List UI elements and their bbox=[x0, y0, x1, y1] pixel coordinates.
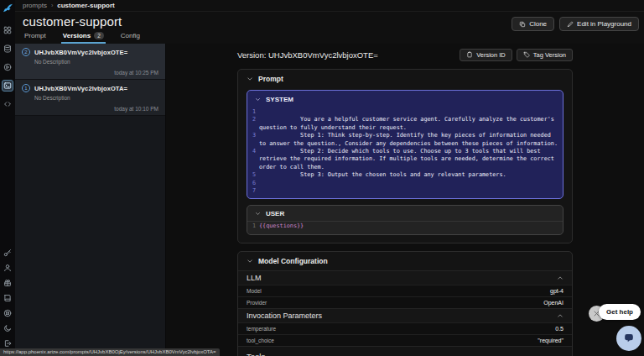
version-number-badge: 2 bbox=[22, 48, 30, 56]
nav-item-moon[interactable] bbox=[2, 322, 13, 334]
model-configuration-title: Model Configuration bbox=[258, 257, 328, 265]
config-value: 0.5 bbox=[555, 326, 564, 332]
config-key: Model bbox=[247, 288, 262, 294]
invocation-parameter-rows: temperature0.5tool_choice"required" bbox=[238, 322, 572, 346]
code-line: 1 bbox=[247, 108, 563, 116]
code-text: Step 2: Decide which tools to use. Choos… bbox=[259, 148, 563, 171]
nav-item-book[interactable] bbox=[2, 292, 13, 304]
line-number: 1 bbox=[247, 222, 259, 230]
tag-version-button[interactable]: Tag Version bbox=[517, 49, 573, 61]
chat-launcher-button[interactable] bbox=[616, 326, 641, 351]
tab-prompt[interactable]: Prompt bbox=[23, 29, 48, 44]
system-role-label: SYSTEM bbox=[266, 96, 293, 103]
model-configuration-panel: Model Configuration LLM Modelgpt-4Provid… bbox=[237, 251, 573, 356]
version-list-item[interactable]: 1UHJvbXB0VmVyc2lvbjoxOTA= No Description… bbox=[15, 80, 165, 116]
tab-prompt-label: Prompt bbox=[24, 32, 46, 39]
model-configuration-toggle[interactable]: Model Configuration bbox=[238, 252, 572, 270]
tab-bar: Prompt Versions 2 Config bbox=[23, 29, 142, 44]
clone-button[interactable]: Clone bbox=[512, 17, 554, 31]
play-circle-icon bbox=[3, 63, 12, 71]
user-role-label: USER bbox=[266, 210, 284, 217]
line-number: 1 bbox=[247, 108, 259, 116]
config-value: gpt-4 bbox=[550, 288, 564, 294]
nav-item-logout[interactable] bbox=[2, 338, 13, 349]
edit-button-label: Edit in Playground bbox=[577, 20, 631, 28]
version-id-text: UHJvbXB0VmVyc2lvbjoxOTE= bbox=[34, 49, 127, 56]
code-text: {{questions}} bbox=[259, 222, 563, 230]
tag-icon bbox=[523, 51, 530, 58]
nav-item-database[interactable] bbox=[2, 43, 13, 55]
invocation-parameters-toggle[interactable]: Invocation Parameters bbox=[238, 308, 572, 322]
nav-item-code[interactable] bbox=[2, 98, 13, 110]
tab-config[interactable]: Config bbox=[119, 29, 142, 44]
versions-count-badge: 2 bbox=[94, 32, 104, 39]
breadcrumb-current: customer-support bbox=[57, 2, 114, 9]
copy-icon bbox=[519, 21, 526, 28]
system-prompt-editor[interactable]: 12 You are a helpful customer service ag… bbox=[247, 107, 563, 198]
version-list-item[interactable]: 2UHJvbXB0VmVyc2lvbjoxOTE= No Description… bbox=[15, 44, 165, 80]
line-number: 6 bbox=[247, 180, 259, 187]
tab-versions[interactable]: Versions 2 bbox=[61, 29, 106, 44]
invocation-parameters-label: Invocation Parameters bbox=[247, 312, 322, 320]
chevron-down-icon bbox=[247, 76, 253, 82]
clone-button-label: Clone bbox=[529, 20, 547, 28]
nav-item-play-circle[interactable] bbox=[2, 61, 13, 73]
config-key: tool_choice bbox=[247, 338, 274, 343]
key-icon bbox=[3, 249, 12, 257]
config-row-Provider: ProviderOpenAI bbox=[238, 296, 572, 308]
breadcrumb-prompts-link[interactable]: prompts bbox=[23, 2, 47, 9]
nav-rail bbox=[0, 0, 15, 356]
prompt-body: SYSTEM 12 You are a helpful customer ser… bbox=[238, 90, 572, 243]
code-line: 3 Step 1: Think step-by-step. Identify t… bbox=[247, 132, 563, 148]
version-timestamp: today at 10:10 PM bbox=[22, 106, 158, 112]
page-title: customer-support bbox=[23, 14, 122, 29]
line-number: 5 bbox=[247, 171, 259, 179]
tools-section-title: Tools bbox=[238, 346, 572, 356]
nav-item-key[interactable] bbox=[2, 247, 13, 259]
version-number-badge: 1 bbox=[22, 84, 30, 92]
nav-item-prompts[interactable] bbox=[2, 80, 13, 92]
edit-in-playground-button[interactable]: Edit in Playground bbox=[559, 17, 639, 31]
code-line: 1{{questions}} bbox=[247, 222, 563, 230]
link-preview-status-bar: https://app.phoenix.arize.com/prompts/UH… bbox=[0, 348, 220, 356]
version-id-button[interactable]: Version ID bbox=[460, 49, 512, 61]
code-icon bbox=[3, 100, 12, 108]
user-prompt-editor[interactable]: 1{{questions}} bbox=[247, 222, 563, 233]
prompt-section-toggle[interactable]: Prompt bbox=[238, 70, 572, 88]
llm-rows: Modelgpt-4ProviderOpenAI bbox=[238, 285, 572, 308]
get-help-button[interactable]: Get help bbox=[599, 304, 641, 320]
breadcrumb: prompts › customer-support bbox=[15, 0, 644, 12]
gift-icon bbox=[3, 279, 12, 287]
llm-section-toggle[interactable]: LLM bbox=[238, 270, 572, 285]
user-message-toggle[interactable]: USER bbox=[247, 206, 563, 222]
version-detail-panel: Version: UHJvbXB0VmVyc2lvbjoxOTE= Versio… bbox=[166, 44, 644, 356]
code-text: Step 1: Think step-by-step. Identify the… bbox=[259, 132, 563, 148]
tag-version-button-label: Tag Version bbox=[533, 51, 566, 59]
config-row-temperature: temperature0.5 bbox=[238, 322, 572, 334]
code-line: 2 You are a helpful customer service age… bbox=[247, 116, 563, 132]
database-icon bbox=[3, 44, 12, 53]
nav-item-gift[interactable] bbox=[2, 277, 13, 289]
version-timestamp: today at 10:25 PM bbox=[22, 70, 158, 76]
line-number: 3 bbox=[247, 132, 259, 148]
version-detail-title: Version: UHJvbXB0VmVyc2lvbjoxOTE= bbox=[237, 50, 378, 60]
topbar: prompts › customer-support customer-supp… bbox=[15, 0, 644, 44]
config-row-Model: Modelgpt-4 bbox=[238, 285, 572, 296]
versions-list-panel: 2UHJvbXB0VmVyc2lvbjoxOTE= No Description… bbox=[15, 44, 166, 356]
config-value: OpenAI bbox=[543, 300, 564, 306]
nav-item-grid[interactable] bbox=[2, 24, 13, 36]
clipboard-icon bbox=[466, 51, 473, 58]
config-value: "required" bbox=[538, 338, 564, 343]
top-actions: Clone Edit in Playground bbox=[512, 17, 639, 31]
prompt-section-title: Prompt bbox=[258, 75, 283, 83]
nav-item-user[interactable] bbox=[2, 262, 13, 274]
pencil-icon bbox=[567, 21, 574, 28]
config-key: temperature bbox=[247, 326, 276, 332]
phoenix-logo-icon[interactable] bbox=[3, 3, 13, 13]
chevron-down-icon bbox=[247, 258, 253, 264]
version-description: No Description bbox=[34, 95, 158, 101]
nav-item-lifebuoy[interactable] bbox=[2, 307, 13, 319]
version-detail-actions: Version ID Tag Version bbox=[460, 49, 573, 61]
system-message-toggle[interactable]: SYSTEM bbox=[247, 91, 563, 107]
chat-bubble-icon bbox=[623, 332, 635, 344]
